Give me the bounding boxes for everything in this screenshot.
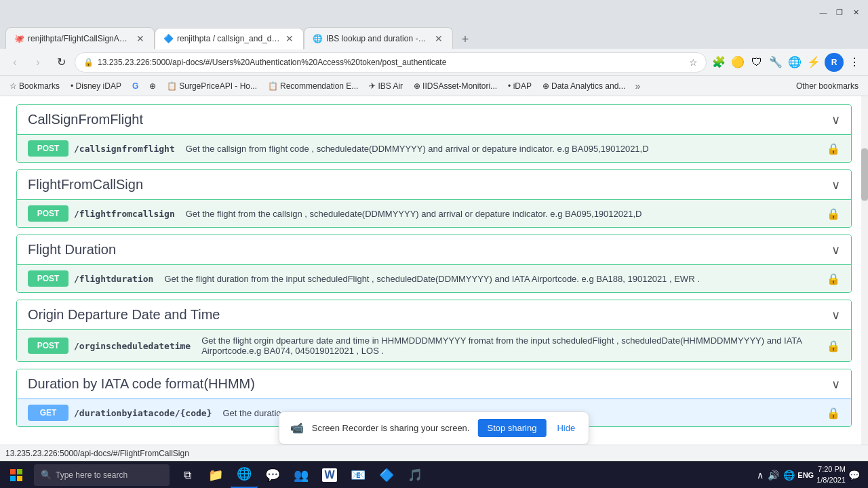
taskbar: 🔍 Type here to search ⧉ 📁 🌐 💬 👥 W 📧 🔷 🎵 <box>0 461 868 488</box>
flight-callsign-header[interactable]: FlightFromCallSign ∨ <box>17 170 851 199</box>
address-text: 13.235.23.226:5000/api-docs/#/Users%20Au… <box>98 58 685 67</box>
origin-departure-title: Origin Departure Date and Time <box>28 307 220 323</box>
origin-departure-endpoint[interactable]: POST /orginscheduledatetime Get the flig… <box>17 329 851 361</box>
tab-3-close[interactable]: ✕ <box>433 32 444 45</box>
start-button[interactable] <box>3 462 30 489</box>
main-content: CallSignFromFlight ∨ POST /callsignfromf… <box>0 96 868 445</box>
bookmark-star-icon: ☆ <box>9 81 17 91</box>
extension-1-icon[interactable]: 🟡 <box>730 54 746 70</box>
callsign-section: CallSignFromFlight ∨ POST /callsignfromf… <box>16 104 852 163</box>
callsign-desc: Get the callsign from flight code , sche… <box>186 144 821 154</box>
extension-2-icon[interactable]: 🛡 <box>749 54 765 70</box>
bookmark-bookmarks[interactable]: ☆ Bookmarks <box>5 80 64 92</box>
taskbar-taskview[interactable]: ⧉ <box>174 462 201 489</box>
flight-duration-endpoint[interactable]: POST /flightduration Get the flight dura… <box>17 264 851 292</box>
taskbar-chrome[interactable]: 🌐 <box>231 462 258 489</box>
taskbar-teams[interactable]: 👥 <box>288 462 315 489</box>
back-button[interactable]: ‹ <box>5 53 24 72</box>
new-tab-button[interactable]: + <box>456 30 475 49</box>
callsign-section-header[interactable]: CallSignFromFlight ∨ <box>17 105 851 134</box>
other-bookmarks[interactable]: Other bookmarks <box>792 80 863 92</box>
svg-rect-0 <box>10 469 16 474</box>
tray-up-icon[interactable]: ∧ <box>757 470 764 481</box>
callsign-method-badge: POST <box>28 140 68 157</box>
close-button[interactable]: ✕ <box>850 7 861 18</box>
flight-duration-path: /flightduration <box>74 274 153 284</box>
bookmark-iids-asset[interactable]: ⊕ IIDSAsset-Monitori... <box>410 80 501 92</box>
taskbar-app1[interactable]: 🔷 <box>373 462 400 489</box>
origin-departure-header[interactable]: Origin Departure Date and Time ∨ <box>17 300 851 329</box>
tab-2-favicon: 🔷 <box>163 34 173 43</box>
tab-1[interactable]: 🐙 renjithpta/FlightCallSignAndLoo... ✕ <box>5 27 155 49</box>
extensions-icon[interactable]: 🧩 <box>711 54 727 70</box>
taskbar-app2[interactable]: 🎵 <box>401 462 429 489</box>
screen-share-toast: 📹 Screen Recorder is sharing your screen… <box>279 411 589 445</box>
bookmark-data-analytics[interactable]: ⊕ Data Analytics and... <box>538 80 629 92</box>
taskbar-word[interactable]: W <box>316 462 343 489</box>
bookmarks-more[interactable]: » <box>632 79 643 93</box>
flight-duration-section: Flight Duration ∨ POST /flightduration G… <box>16 235 852 293</box>
svg-rect-1 <box>17 469 22 474</box>
origin-departure-section: Origin Departure Date and Time ∨ POST /o… <box>16 300 852 362</box>
tab-2-title: renjithpta / callsign_and_dura... <box>177 34 280 43</box>
flight-callsign-path: /flightfromcallsign <box>74 209 175 219</box>
flight-callsign-method-badge: POST <box>28 205 68 222</box>
profile-icon[interactable]: R <box>825 53 844 72</box>
swagger-content[interactable]: CallSignFromFlight ∨ POST /callsignfromf… <box>0 96 868 445</box>
bookmark-disney-idap[interactable]: • Disney iDAP <box>66 80 125 92</box>
flight-callsign-section: FlightFromCallSign ∨ POST /flightfromcal… <box>16 169 852 228</box>
callsign-endpoint[interactable]: POST /callsignfromflight Get the callsig… <box>17 134 851 162</box>
origin-departure-chevron-icon: ∨ <box>831 308 840 323</box>
bookmark-google[interactable]: G <box>128 80 142 92</box>
restore-button[interactable]: ❐ <box>834 7 845 18</box>
language-indicator[interactable]: ENG <box>797 471 814 479</box>
tray-network-icon[interactable]: 🌐 <box>783 470 795 481</box>
tab-3-favicon: 🌐 <box>313 34 322 43</box>
taskbar-search-icon: 🔍 <box>41 470 52 480</box>
bookmark-star-icon[interactable]: ☆ <box>689 57 698 68</box>
tab-2-close[interactable]: ✕ <box>284 32 295 45</box>
bookmark-surgeprice[interactable]: 📋 SurgePriceAPI - Ho... <box>163 80 261 92</box>
flight-callsign-lock-icon: 🔒 <box>827 207 840 220</box>
bookmarks-bar: ☆ Bookmarks • Disney iDAP G ⊕ 📋 SurgePri… <box>0 76 868 96</box>
tab-2[interactable]: 🔷 renjithpta / callsign_and_dura... ✕ <box>155 28 304 49</box>
status-bar: 13.235.23.226:5000/api-docs/#/FlightFrom… <box>0 445 868 461</box>
menu-icon[interactable]: ⋮ <box>846 54 863 70</box>
origin-departure-method-badge: POST <box>28 338 68 354</box>
tab-1-close[interactable]: ✕ <box>135 32 146 45</box>
minimize-button[interactable]: — <box>818 7 829 18</box>
bookmark-idap[interactable]: • iDAP <box>504 80 536 92</box>
hide-toast-button[interactable]: Hide <box>554 419 578 437</box>
notification-icon[interactable]: 💬 <box>848 470 860 481</box>
flight-duration-header[interactable]: Flight Duration ∨ <box>17 235 851 264</box>
address-bar[interactable]: 🔒 13.235.23.226:5000/api-docs/#/Users%20… <box>75 52 707 73</box>
extension-5-icon[interactable]: ⚡ <box>806 54 822 70</box>
forward-button[interactable]: › <box>28 53 47 72</box>
extension-3-icon[interactable]: 🔧 <box>768 54 784 70</box>
bookmark-ibs-air[interactable]: ✈ IBS Air <box>365 80 407 92</box>
nav-bar: ‹ › ↻ 🔒 13.235.23.226:5000/api-docs/#/Us… <box>0 49 868 76</box>
tab-3[interactable]: 🌐 IBS lookup and duration -Chain... ✕ <box>304 27 453 49</box>
taskbar-outlook[interactable]: 📧 <box>344 462 372 489</box>
tray-sound-icon[interactable]: 🔊 <box>768 470 779 481</box>
taskbar-explorer[interactable]: 📁 <box>202 462 229 489</box>
security-icon: 🔒 <box>83 58 94 67</box>
flight-callsign-endpoint[interactable]: POST /flightfromcallsign Get the flight … <box>17 199 851 227</box>
duration-iata-path: /durationbyiatacode/{code} <box>74 408 212 418</box>
duration-iata-header[interactable]: Duration by IATA code format(HHMM) ∨ <box>17 369 851 399</box>
reload-button[interactable]: ↻ <box>52 53 71 72</box>
flight-duration-title: Flight Duration <box>28 242 116 258</box>
duration-iata-chevron-icon: ∨ <box>831 377 840 392</box>
flight-duration-desc: Get the flight duration from the input s… <box>164 274 821 284</box>
callsign-title: CallSignFromFlight <box>28 112 143 127</box>
taskbar-search[interactable]: 🔍 Type here to search <box>34 464 170 486</box>
extension-4-icon[interactable]: 🌐 <box>787 54 803 70</box>
taskbar-apps: ⧉ 📁 🌐 💬 👥 W 📧 🔷 🎵 <box>174 462 429 489</box>
tab-3-title: IBS lookup and duration -Chain... <box>326 34 429 43</box>
taskbar-time[interactable]: 7:20 PM 1/8/2021 <box>816 464 846 485</box>
taskbar-skype[interactable]: 💬 <box>259 462 286 489</box>
tab-bar: 🐙 renjithpta/FlightCallSignAndLoo... ✕ 🔷… <box>0 24 868 49</box>
stop-sharing-button[interactable]: Stop sharing <box>477 419 546 437</box>
bookmark-icon3[interactable]: ⊕ <box>145 80 160 92</box>
bookmark-recommendation[interactable]: 📋 Recommendation E... <box>264 80 362 92</box>
